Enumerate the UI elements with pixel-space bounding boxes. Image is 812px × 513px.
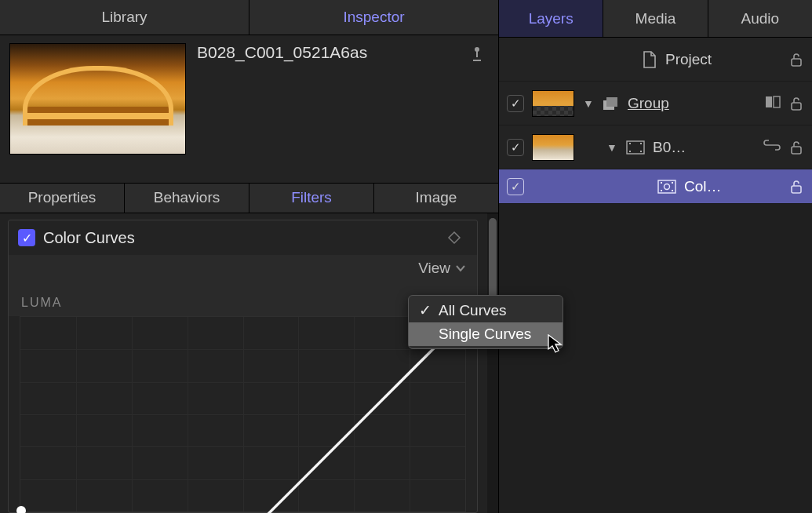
layer-row-group[interactable]: ▼ Group [499, 82, 812, 126]
svg-point-21 [665, 184, 670, 189]
svg-rect-14 [640, 151, 642, 152]
clip-header: B028_C001_0521A6as [0, 35, 498, 183]
svg-rect-4 [792, 59, 801, 66]
tab-layers[interactable]: Layers [499, 0, 603, 37]
right-column: Layers Media Audio Project [499, 0, 812, 513]
lock-open-icon[interactable] [788, 140, 804, 155]
chevron-down-icon [455, 263, 466, 274]
subtab-behaviors[interactable]: Behaviors [125, 184, 249, 213]
layer-label: B0… [653, 139, 686, 156]
layer-row-project[interactable]: Project [499, 38, 812, 82]
layer-thumbnail [532, 90, 574, 117]
disclosure-triangle-icon[interactable]: ▼ [606, 141, 618, 154]
filter-icon [657, 180, 676, 194]
filmstrip-icon [626, 140, 645, 155]
left-column: Library Inspector B028_C001_0521A6as Pro… [0, 0, 499, 513]
layer-label[interactable]: Group [628, 95, 669, 112]
subtab-image[interactable]: Image [374, 184, 498, 213]
curve-line[interactable] [20, 317, 465, 513]
lock-open-icon[interactable] [788, 179, 804, 195]
filter-enable-checkbox[interactable]: ✓ [18, 229, 35, 246]
checkmark-icon: ✓ [418, 301, 432, 319]
filters-scrollbar[interactable] [487, 213, 498, 513]
group-icon [603, 96, 620, 111]
svg-rect-13 [640, 143, 642, 144]
svg-rect-18 [661, 190, 662, 191]
menu-item-single-curves[interactable]: Single Curves [409, 322, 563, 346]
filter-titlebar: ✓ Color Curves [9, 220, 477, 255]
curve-channel-label: LUMA [9, 285, 477, 316]
svg-point-2 [16, 506, 26, 513]
svg-rect-20 [672, 190, 673, 191]
disclosure-triangle-icon[interactable]: ▼ [582, 97, 595, 110]
visibility-checkbox[interactable] [507, 178, 524, 195]
svg-rect-7 [766, 96, 772, 107]
lock-open-icon[interactable] [788, 96, 804, 111]
document-icon [642, 50, 657, 69]
visibility-checkbox[interactable] [507, 95, 524, 112]
subtab-properties[interactable]: Properties [0, 184, 125, 213]
svg-line-1 [20, 317, 465, 513]
filter-name-label: Color Curves [43, 229, 135, 247]
layer-row-filter[interactable]: Col… [499, 169, 812, 204]
tab-audio[interactable]: Audio [708, 0, 812, 37]
filter-container: ✓ Color Curves View LUMA [8, 220, 478, 513]
view-popup-button[interactable]: View [9, 255, 477, 285]
clip-title: B028_C001_0521A6as [197, 43, 367, 62]
visibility-checkbox[interactable] [507, 139, 524, 156]
svg-rect-11 [629, 143, 631, 144]
svg-rect-19 [672, 182, 673, 184]
filters-panel: ✓ Color Curves View LUMA [0, 213, 498, 513]
keyframe-icon[interactable] [447, 231, 461, 245]
menu-item-label: Single Curves [439, 326, 531, 343]
menu-item-label: All Curves [439, 302, 507, 319]
svg-rect-22 [792, 186, 801, 193]
clip-thumbnail[interactable] [9, 43, 186, 155]
project-tabbar: Layers Media Audio [499, 0, 812, 38]
svg-rect-8 [774, 96, 780, 107]
layer-label: Col… [684, 178, 722, 195]
pin-icon[interactable] [470, 43, 484, 67]
svg-rect-15 [792, 147, 801, 154]
svg-rect-12 [629, 151, 631, 152]
tab-inspector[interactable]: Inspector [249, 0, 498, 35]
layer-row-clip[interactable]: ▼ B0… [499, 126, 812, 169]
tab-library[interactable]: Library [0, 0, 249, 35]
layer-label: Project [665, 51, 712, 68]
tab-media[interactable]: Media [603, 0, 708, 37]
view-dropdown-menu[interactable]: ✓ All Curves Single Curves [408, 295, 563, 349]
app-root: Library Inspector B028_C001_0521A6as Pro… [0, 0, 812, 513]
subtab-filters[interactable]: Filters [249, 184, 374, 213]
svg-rect-6 [606, 97, 617, 107]
svg-point-0 [475, 47, 479, 52]
view-label: View [418, 260, 450, 277]
menu-item-all-curves[interactable]: ✓ All Curves [409, 298, 563, 322]
inspector-tabbar: Library Inspector [0, 0, 498, 35]
luma-curve-editor[interactable] [20, 316, 466, 512]
link-icon[interactable] [763, 140, 781, 155]
layer-thumbnail [532, 134, 574, 161]
curve-handle-start[interactable] [16, 505, 27, 513]
layer-list: Project ▼ Group [499, 38, 812, 204]
lock-open-icon[interactable] [788, 52, 804, 67]
mask-icon[interactable] [765, 96, 781, 111]
inspector-subtabs: Properties Behaviors Filters Image [0, 183, 498, 213]
svg-rect-17 [661, 182, 662, 184]
svg-rect-9 [792, 103, 801, 110]
